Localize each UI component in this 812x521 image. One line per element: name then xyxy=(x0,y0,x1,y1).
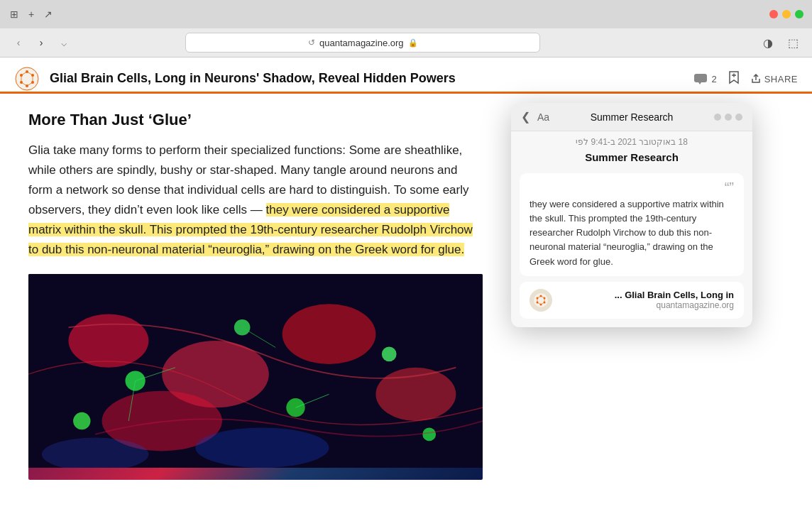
quote-card: “” they were considered a supportive mat… xyxy=(520,173,744,276)
grid-icon[interactable]: ⊞ xyxy=(9,9,20,20)
share-tab-icon[interactable]: ↗ xyxy=(43,9,54,20)
share-icon xyxy=(751,74,761,84)
reload-icon[interactable]: ↺ xyxy=(308,38,315,48)
comment-button[interactable]: 2 xyxy=(693,73,716,84)
tab-bar: ⊞ + ↗ xyxy=(0,0,812,28)
notes-dot-2 xyxy=(725,114,732,121)
source-title: ... Glial Brain Cells, Long in xyxy=(559,290,734,300)
source-logo xyxy=(530,289,552,312)
section-heading: More Than Just ‘Glue’ xyxy=(28,111,483,129)
svg-point-25 xyxy=(382,347,397,362)
article-title: Glial Brain Cells, Long in Neurons' Shad… xyxy=(50,70,456,87)
tab-controls-left: ⊞ + ↗ xyxy=(9,9,54,20)
address-bar[interactable]: ↺ quantamagazine.org 🔒 xyxy=(185,33,540,53)
more-button[interactable]: ⌵ xyxy=(54,33,74,53)
quote-marks: “” xyxy=(530,180,734,194)
maximize-button[interactable] xyxy=(795,10,803,18)
forward-button[interactable]: › xyxy=(31,33,51,53)
svg-point-28 xyxy=(195,428,329,468)
article-paragraph: Glia take many forms to perform their sp… xyxy=(28,141,483,260)
source-info: ... Glial Brain Cells, Long in quantamag… xyxy=(559,290,734,310)
article-body: More Than Just ‘Glue’ Glia take many for… xyxy=(0,94,511,521)
new-tab-button[interactable]: + xyxy=(26,9,37,20)
notes-header: ❮ Aa Summer Research xyxy=(511,103,752,131)
lock-icon: 🔒 xyxy=(408,38,418,48)
share-label: SHARE xyxy=(764,74,798,84)
nav-buttons: ‹ › ⌵ xyxy=(9,33,74,53)
close-button[interactable] xyxy=(769,10,778,18)
bookmark-icon xyxy=(728,70,740,84)
notes-title: Summer Research xyxy=(556,111,707,123)
share-button[interactable]: SHARE xyxy=(751,74,798,84)
article-header-left: Glial Brain Cells, Long in Neurons' Shad… xyxy=(14,66,456,92)
comment-count: 2 xyxy=(711,74,716,84)
notes-date: 18 באוקטובר 2021 ב-9:41 לפי xyxy=(511,131,752,150)
notes-header-dots xyxy=(714,114,742,121)
notes-dot-3 xyxy=(735,114,742,121)
notes-popup: ❮ Aa Summer Research 18 באוקטובר 2021 ב-… xyxy=(511,103,752,327)
bookmark-button[interactable] xyxy=(728,70,740,88)
article-header: Glial Brain Cells, Long in Neurons' Shad… xyxy=(0,57,812,94)
quote-text: they were considered a supportive matrix… xyxy=(530,197,734,269)
svg-point-26 xyxy=(73,412,90,429)
svg-rect-13 xyxy=(694,74,707,82)
quanta-logo xyxy=(14,66,40,92)
neural-network-image xyxy=(28,274,483,468)
address-bar-row: ‹ › ⌵ ↺ quantamagazine.org 🔒 ◑ ⬚ xyxy=(0,28,812,57)
notes-dot-1 xyxy=(714,114,721,121)
reader-mode-button[interactable]: ◑ xyxy=(758,33,778,53)
browser-chrome: ⊞ + ↗ ‹ › ⌵ ↺ quantamagazine.org 🔒 ◑ ⬚ xyxy=(0,0,812,57)
notes-font-button[interactable]: Aa xyxy=(537,111,549,123)
notes-back-button[interactable]: ❮ xyxy=(521,110,530,124)
source-domain: quantamagazine.org xyxy=(559,300,734,310)
source-card[interactable]: ... Glial Brain Cells, Long in quantamag… xyxy=(520,282,744,319)
comment-icon xyxy=(693,73,708,84)
url-text: quantamagazine.org xyxy=(319,38,404,48)
article-image xyxy=(28,274,483,480)
source-logo-icon xyxy=(532,292,549,309)
notes-note-title: Summer Research xyxy=(511,150,752,169)
article-header-right: 2 SHARE xyxy=(693,70,798,88)
svg-point-27 xyxy=(422,428,436,442)
svg-point-17 xyxy=(68,314,148,368)
minimize-button[interactable] xyxy=(782,10,791,18)
back-button[interactable]: ‹ xyxy=(9,33,28,53)
traffic-lights xyxy=(769,10,803,18)
sidebar-toggle-button[interactable]: ⬚ xyxy=(784,33,803,53)
toolbar-right: ◑ ⬚ xyxy=(758,33,803,53)
svg-point-19 xyxy=(282,305,376,365)
svg-point-23 xyxy=(234,319,251,336)
